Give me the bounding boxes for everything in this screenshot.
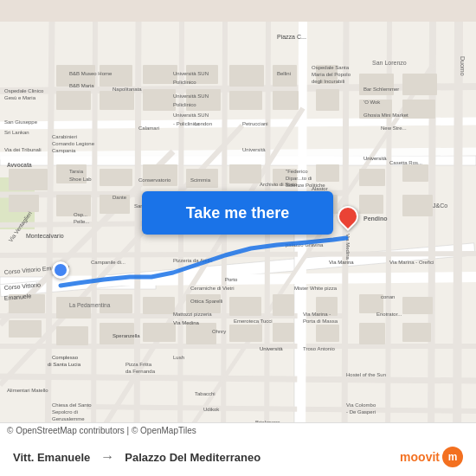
svg-rect-67	[402, 74, 437, 95]
svg-rect-50	[143, 323, 176, 342]
svg-text:Carabinieri: Carabinieri	[52, 134, 77, 139]
svg-rect-33	[9, 169, 48, 190]
destination-label: Palazzo Del Mediterraneo	[125, 451, 261, 464]
svg-text:Piazza C...: Piazza C...	[277, 34, 306, 40]
svg-text:Ospedale Santa: Ospedale Santa	[312, 65, 350, 70]
svg-text:Petrucciani: Petrucciani	[242, 121, 268, 126]
svg-rect-65	[359, 169, 385, 186]
svg-text:Via Colombo: Via Colombo	[346, 402, 376, 408]
end-location-marker	[338, 206, 358, 227]
svg-text:conan: conan	[381, 294, 395, 299]
svg-text:Ceramiche di Vietri: Ceramiche di Vietri	[190, 286, 235, 291]
svg-text:Università SUN: Università SUN	[173, 113, 209, 118]
svg-rect-51	[186, 294, 221, 313]
svg-rect-57	[229, 297, 261, 316]
svg-rect-90	[316, 89, 339, 111]
take-me-there-button[interactable]: Take me there	[142, 191, 333, 235]
svg-text:Lush: Lush	[173, 355, 184, 360]
svg-text:Università: Università	[260, 346, 283, 351]
svg-text:San Lorenzo: San Lorenzo	[372, 60, 407, 66]
svg-text:Mister White pizza: Mister White pizza	[294, 286, 338, 291]
svg-text:Ohnry: Ohnry	[212, 329, 226, 334]
svg-text:Pizzeria da Attillo: Pizzeria da Attillo	[173, 258, 213, 263]
svg-text:San Giuseppe: San Giuseppe	[4, 119, 38, 125]
svg-text:Via Medina: Via Medina	[345, 234, 351, 261]
svg-rect-37	[100, 169, 132, 186]
svg-rect-86	[229, 91, 262, 110]
svg-text:Duomo: Duomo	[460, 56, 466, 76]
bottom-bar: © OpenStreetMap contributors | © OpenMap…	[0, 422, 476, 476]
moovit-icon-letter: m	[448, 451, 458, 463]
origin-label: Vitt. Emanuele	[13, 451, 90, 464]
svg-text:Enotrator...: Enotrator...	[376, 312, 402, 317]
svg-text:di Santa Lucia: di Santa Lucia	[48, 362, 81, 367]
svg-text:Avvocata: Avvocata	[7, 162, 32, 168]
svg-text:Complesso: Complesso	[52, 355, 79, 360]
svg-line-28	[457, 22, 459, 454]
svg-rect-34	[9, 195, 39, 212]
svg-rect-75	[402, 297, 433, 314]
svg-text:Via dei Tribunali: Via dei Tribunali	[4, 147, 42, 152]
svg-text:Conservatorio: Conservatorio	[138, 177, 171, 183]
svg-text:Sepolcro di: Sepolcro di	[52, 409, 78, 415]
svg-rect-84	[186, 89, 221, 111]
svg-rect-44	[9, 320, 42, 338]
svg-text:Sri Lankan: Sri Lankan	[4, 130, 29, 135]
svg-text:"Federico: "Federico	[286, 169, 308, 174]
svg-text:Calamari: Calamari	[138, 125, 159, 131]
svg-line-23	[267, 22, 268, 454]
svg-text:Emeroteca Tucci: Emeroteca Tucci	[234, 318, 273, 324]
svg-text:Ghosia Mini Market: Ghosia Mini Market	[363, 113, 408, 118]
svg-text:Alimentari Matello: Alimentari Matello	[7, 388, 48, 393]
svg-text:La Pedamentina: La Pedamentina	[69, 302, 111, 308]
svg-rect-73	[359, 294, 383, 313]
svg-text:B&B Maria: B&B Maria	[69, 83, 94, 88]
svg-text:Bar Schlemmer: Bar Schlemmer	[363, 87, 399, 92]
svg-rect-70	[402, 195, 433, 216]
svg-rect-82	[143, 89, 176, 111]
svg-rect-63	[359, 74, 394, 95]
moovit-logo: moovit m	[400, 447, 463, 467]
svg-text:Ospedale Clinico: Ospedale Clinico	[4, 88, 44, 93]
svg-text:Shoe Lab: Shoe Lab	[69, 177, 92, 182]
svg-rect-74	[359, 323, 385, 344]
svg-text:Maria del Popolo: Maria del Popolo	[312, 72, 351, 77]
svg-text:Policlinico: Policlinico	[173, 102, 196, 107]
map-attribution: © OpenStreetMap contributors | © OpenMap…	[0, 423, 476, 438]
svg-text:Via Medina: Via Medina	[173, 320, 200, 325]
svg-text:Montecalvario: Montecalvario	[26, 233, 64, 239]
svg-text:Troso Antonio: Troso Antonio	[303, 346, 335, 351]
svg-rect-39	[143, 164, 177, 186]
svg-rect-61	[316, 164, 339, 182]
svg-text:palazzo Gravina: palazzo Gravina	[286, 242, 324, 248]
svg-text:Chiesa del Santo: Chiesa del Santo	[52, 402, 92, 408]
svg-rect-78	[56, 91, 91, 110]
svg-text:Scienze Politiche: Scienze Politiche	[286, 183, 325, 188]
svg-text:Università: Università	[242, 147, 266, 152]
svg-text:'O Wok: 'O Wok	[363, 100, 381, 105]
svg-rect-76	[402, 323, 431, 342]
svg-rect-58	[229, 325, 262, 342]
svg-text:Gesù e Maria: Gesù e Maria	[4, 95, 36, 100]
svg-text:Scimmia: Scimmia	[190, 177, 211, 183]
svg-text:Bellini: Bellini	[277, 71, 291, 76]
svg-text:- Policlinico: - Policlinico	[173, 121, 200, 126]
svg-text:New Stre...: New Stre...	[381, 125, 407, 131]
svg-rect-85	[229, 65, 264, 87]
svg-text:degli Incurabili: degli Incurabili	[312, 79, 344, 84]
svg-text:Via Marina: Via Marina	[329, 260, 354, 265]
svg-line-12	[43, 277, 476, 281]
svg-text:Pizza Fritta: Pizza Fritta	[125, 362, 152, 367]
svg-line-15	[0, 376, 476, 381]
svg-text:Campania: Campania	[52, 148, 76, 153]
svg-text:Policlinico: Policlinico	[173, 80, 196, 85]
svg-text:Pelle...: Pelle...	[74, 219, 90, 224]
svg-rect-72	[316, 325, 339, 342]
svg-rect-81	[143, 65, 177, 84]
svg-text:Speranzella: Speranzella	[113, 333, 140, 338]
svg-text:Pendino: Pendino	[363, 215, 388, 222]
svg-text:Porto: Porto	[225, 277, 238, 282]
svg-text:Via Marina - Orefici: Via Marina - Orefici	[389, 260, 434, 265]
svg-text:- De Gasperi: - De Gasperi	[346, 409, 376, 415]
svg-text:Comando Legione: Comando Legione	[52, 141, 95, 146]
